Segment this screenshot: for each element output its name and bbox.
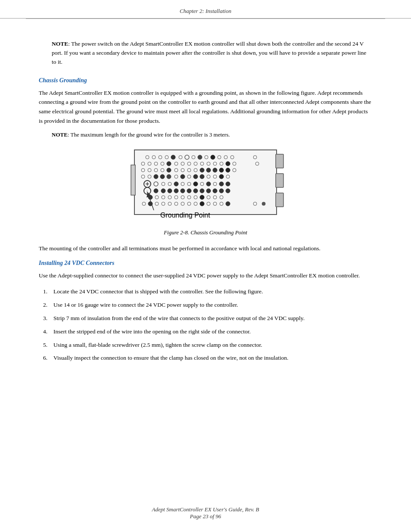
svg-point-83 <box>161 189 165 193</box>
svg-rect-4 <box>276 193 283 207</box>
svg-rect-3 <box>276 174 283 187</box>
grounding-point-label: Grounding Point <box>160 212 210 219</box>
svg-rect-1 <box>131 165 135 195</box>
svg-point-88 <box>193 189 198 193</box>
list-text: Locate the 24 VDC connector that is ship… <box>53 287 372 296</box>
svg-point-74 <box>193 182 198 186</box>
figure-container: ↓ <box>39 148 372 225</box>
svg-point-59 <box>193 174 198 179</box>
list-item: 2.Use 14 or 16 gauge wire to connect the… <box>39 301 372 310</box>
svg-point-115 <box>200 202 204 206</box>
svg-rect-2 <box>276 154 283 168</box>
svg-point-92 <box>219 189 224 193</box>
list-text: Visually inspect the connection to ensur… <box>53 354 372 363</box>
controller-diagram-wrap: ↓ <box>121 148 290 225</box>
svg-point-76 <box>206 182 211 186</box>
24vdc-heading: Installing 24 VDC Connectors <box>39 260 372 267</box>
svg-point-48 <box>219 168 224 172</box>
section-24vdc: Installing 24 VDC Connectors Use the Ade… <box>39 260 372 363</box>
list-num: 1. <box>43 287 53 296</box>
page-content: NOTE: The power switch on the Adept Smar… <box>0 19 411 393</box>
note-text-1: : The power switch on the Adept SmartCon… <box>52 40 366 65</box>
chassis-grounding-body: The Adept SmartController EX motion cont… <box>39 88 372 125</box>
svg-point-89 <box>200 189 204 193</box>
svg-point-119 <box>226 202 230 206</box>
controller-diagram-svg: ↓ <box>121 148 290 223</box>
list-item: 4.Insert the stripped end of the wire in… <box>39 327 372 336</box>
24vdc-body: Use the Adept-supplied connector to conn… <box>39 271 372 280</box>
svg-point-121 <box>262 202 265 205</box>
figure-caption: Figure 2-8. Chassis Grounding Point <box>39 229 372 236</box>
page-footer: Adept SmartController EX User's Guide, R… <box>0 506 411 520</box>
footer-line1: Adept SmartController EX User's Guide, R… <box>0 506 411 513</box>
svg-point-102 <box>200 195 204 199</box>
svg-point-49 <box>226 168 230 172</box>
chassis-grounding-heading: Chassis Grounding <box>39 77 372 84</box>
svg-point-86 <box>181 189 185 193</box>
list-num: 2. <box>43 301 53 310</box>
svg-point-40 <box>167 168 171 172</box>
svg-point-33 <box>226 162 230 166</box>
page-header: Chapter 2: Installation <box>0 0 411 19</box>
svg-point-91 <box>213 189 217 193</box>
list-item: 5.Using a small, flat-blade screwdriver … <box>39 341 372 350</box>
svg-point-53 <box>154 174 158 179</box>
list-text: Insert the stripped end of the wire into… <box>53 327 372 336</box>
list-item: 1.Locate the 24 VDC connector that is sh… <box>39 287 372 296</box>
svg-point-78 <box>219 182 224 186</box>
footer-line2: Page 23 of 96 <box>0 513 411 520</box>
note-text-2: : The maximum length for the ground wire… <box>68 131 230 138</box>
svg-point-71 <box>174 182 178 186</box>
svg-point-45 <box>200 168 204 172</box>
svg-point-82 <box>154 189 158 193</box>
svg-point-24 <box>167 162 171 166</box>
note-block-2: NOTE: The maximum length for the ground … <box>52 131 372 139</box>
section-chassis-grounding: Chassis Grounding The Adept SmartControl… <box>39 77 372 253</box>
svg-point-54 <box>160 174 165 179</box>
list-num: 4. <box>43 327 53 336</box>
svg-point-63 <box>219 174 224 179</box>
svg-point-55 <box>167 174 171 179</box>
list-item: 6.Visually inspect the connection to ens… <box>39 354 372 363</box>
page: Chapter 2: Installation NOTE: The power … <box>0 0 411 532</box>
svg-text:↓: ↓ <box>146 189 148 193</box>
list-num: 6. <box>43 354 53 363</box>
svg-point-15 <box>211 155 215 159</box>
svg-point-93 <box>226 189 230 193</box>
note-block-1: NOTE: The power switch on the Adept Smar… <box>52 40 372 67</box>
chassis-grounding-body2: The mounting of the controller and all t… <box>39 244 372 253</box>
svg-point-79 <box>226 182 230 186</box>
list-text: Use 14 or 16 gauge wire to connect the 2… <box>53 301 372 310</box>
svg-point-9 <box>171 155 175 159</box>
list-text: Strip 7 mm of insulation from the end of… <box>53 314 372 323</box>
svg-point-46 <box>206 168 211 172</box>
note-label-2: NOTE <box>52 131 68 138</box>
svg-point-90 <box>206 189 211 193</box>
svg-point-87 <box>187 189 191 193</box>
svg-point-84 <box>168 189 172 193</box>
note-label-1: NOTE <box>52 40 68 47</box>
list-text: Using a small, flat-blade screwdriver (2… <box>53 341 372 350</box>
chapter-title: Chapter 2: Installation <box>180 8 231 14</box>
24vdc-list: 1.Locate the 24 VDC connector that is sh… <box>39 287 372 363</box>
list-item: 3.Strip 7 mm of insulation from the end … <box>39 314 372 323</box>
svg-point-85 <box>174 189 178 193</box>
list-num: 5. <box>43 341 53 350</box>
svg-point-47 <box>213 168 217 172</box>
svg-point-13 <box>198 155 202 159</box>
svg-point-60 <box>200 174 204 179</box>
svg-point-57 <box>181 174 185 179</box>
list-num: 3. <box>43 314 53 323</box>
